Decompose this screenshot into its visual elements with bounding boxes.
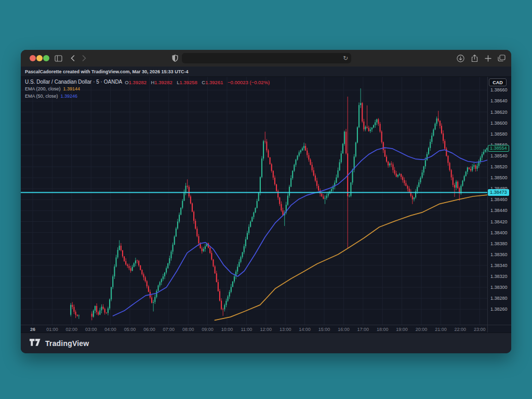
- time-axis-label: 20:00: [416, 327, 428, 332]
- time-axis-label: 16:00: [338, 327, 350, 332]
- price-axis-label: 1.38360: [490, 252, 508, 257]
- candle-body: [289, 187, 290, 195]
- candle-body: [135, 260, 136, 263]
- candle-body: [202, 248, 203, 251]
- time-axis-label: 19:00: [396, 327, 408, 332]
- candle-body: [99, 310, 100, 314]
- time-axis-label: 12:00: [260, 327, 272, 332]
- candle-body: [189, 187, 190, 196]
- candle-body: [260, 177, 261, 193]
- candle-body: [77, 315, 78, 316]
- candlestick-chart[interactable]: [21, 77, 487, 325]
- candle-body: [323, 196, 324, 199]
- candle-body: [215, 267, 216, 273]
- candle-body: [399, 174, 400, 175]
- new-tab-icon[interactable]: [483, 53, 493, 63]
- candle-body: [277, 191, 278, 198]
- price-axis-label: 1.38300: [490, 285, 508, 290]
- candle-body: [472, 167, 473, 171]
- back-button[interactable]: [68, 53, 78, 63]
- tradingview-wordmark[interactable]: TradingView: [45, 339, 89, 348]
- candle-body: [169, 258, 170, 263]
- candle-body: [295, 159, 296, 165]
- candle-body: [270, 157, 271, 164]
- candle-body: [464, 176, 465, 181]
- candle-body: [394, 170, 395, 174]
- candle-body: [73, 307, 74, 312]
- candle-body: [221, 301, 222, 309]
- desktop: { "browser": { "traffic_lights": [ {"nam…: [0, 0, 532, 399]
- candle-body: [244, 246, 245, 252]
- downloads-icon[interactable]: [455, 53, 466, 63]
- candle-body: [78, 315, 79, 316]
- candle-body: [276, 184, 277, 191]
- candle-body: [238, 262, 240, 267]
- zoom-button[interactable]: [43, 55, 49, 61]
- candle-body: [363, 122, 364, 129]
- time-axis[interactable]: 2601:0002:0003:0004:0005:0006:0007:0008:…: [21, 325, 487, 332]
- candle-body: [264, 141, 265, 142]
- candle-body: [216, 273, 217, 282]
- candle-body: [106, 313, 107, 313]
- close-button[interactable]: [30, 55, 36, 61]
- tradingview-logo-icon[interactable]: [29, 338, 41, 349]
- candle-body: [281, 204, 282, 210]
- candle-body: [258, 193, 259, 201]
- indicator-ema50-label[interactable]: EMA (50, close): [25, 94, 58, 99]
- ema-200-line[interactable]: [215, 195, 487, 321]
- candle-body: [358, 105, 360, 127]
- minimize-button[interactable]: [36, 55, 43, 61]
- candle-body: [337, 170, 338, 177]
- time-axis-label: 01:00: [46, 327, 58, 332]
- price-axis-label: 1.38460: [490, 197, 508, 202]
- candle-body: [441, 126, 442, 133]
- currency-toggle-button[interactable]: CAD: [489, 78, 507, 86]
- price-axis-label: 1.38580: [490, 131, 508, 137]
- time-axis-label: 07:00: [163, 327, 175, 332]
- time-axis-label: 11:00: [241, 327, 252, 332]
- candle-body: [438, 118, 439, 121]
- attribution-bar: PascalCadorette created with TradingView…: [21, 66, 511, 77]
- candle-body: [138, 261, 139, 265]
- shield-icon[interactable]: [170, 53, 180, 63]
- price-axis[interactable]: 1.386601.386401.386201.386001.385801.385…: [487, 77, 511, 325]
- candle-body: [117, 250, 118, 257]
- candle-body: [454, 185, 455, 188]
- address-bar[interactable]: ↻: [182, 53, 351, 63]
- candle-body: [368, 128, 369, 131]
- candle-body: [170, 251, 171, 258]
- candle-body: [342, 144, 343, 153]
- candle-body: [433, 129, 434, 136]
- share-icon[interactable]: [469, 53, 480, 63]
- tab-overview-icon[interactable]: [496, 53, 507, 63]
- candle-body: [310, 159, 311, 165]
- indicator-ema200-label[interactable]: EMA (200, close): [25, 86, 61, 91]
- candle-body: [179, 215, 180, 221]
- candle-body: [367, 127, 368, 128]
- candle-body: [412, 196, 413, 200]
- candle-body: [375, 122, 376, 125]
- candle-body: [195, 221, 196, 229]
- forward-button[interactable]: [79, 53, 89, 63]
- candle-body: [362, 103, 363, 121]
- candle-body: [219, 291, 220, 300]
- candle-body: [418, 182, 419, 187]
- reload-icon[interactable]: ↻: [343, 55, 348, 61]
- candle-body: [312, 165, 313, 170]
- axis-corner: [487, 325, 511, 332]
- symbol-title[interactable]: U.S. Dollar / Canadian Dollar · 5 · OAND…: [25, 79, 122, 85]
- candle-body: [428, 148, 429, 154]
- chart-legend: U.S. Dollar / Canadian Dollar · 5 · OAND…: [25, 78, 270, 100]
- candle-body: [153, 302, 154, 303]
- sidebar-toggle-icon[interactable]: [53, 53, 63, 63]
- candle-body: [294, 165, 295, 170]
- ema-50-line[interactable]: [113, 148, 488, 316]
- candle-body: [112, 276, 113, 287]
- candle-body: [352, 169, 353, 182]
- candle-body: [141, 270, 142, 274]
- chart-canvas[interactable]: U.S. Dollar / Canadian Dollar · 5 · OAND…: [21, 77, 487, 325]
- tradingview-footer: TradingView: [21, 332, 511, 353]
- candle-body: [266, 141, 267, 150]
- candle-body: [379, 124, 380, 131]
- candle-body: [307, 151, 308, 155]
